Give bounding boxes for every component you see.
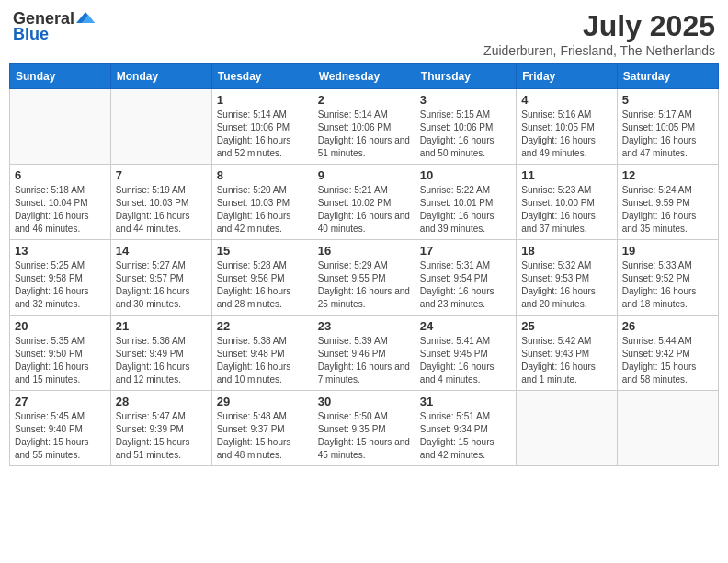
page-header: General Blue July 2025 Zuiderburen, Frie… (9, 9, 719, 58)
calendar-cell (617, 391, 718, 466)
calendar-week-5: 27Sunrise: 5:45 AM Sunset: 9:40 PM Dayli… (10, 391, 719, 466)
calendar-cell: 5Sunrise: 5:17 AM Sunset: 10:05 PM Dayli… (617, 89, 718, 165)
calendar-cell: 2Sunrise: 5:14 AM Sunset: 10:06 PM Dayli… (313, 89, 415, 165)
calendar-cell: 27Sunrise: 5:45 AM Sunset: 9:40 PM Dayli… (10, 391, 111, 466)
day-number: 28 (116, 395, 207, 408)
calendar-cell: 9Sunrise: 5:21 AM Sunset: 10:02 PM Dayli… (313, 165, 415, 240)
calendar-cell: 13Sunrise: 5:25 AM Sunset: 9:58 PM Dayli… (10, 240, 111, 316)
day-number: 20 (15, 319, 106, 333)
day-info: Sunrise: 5:35 AM Sunset: 9:50 PM Dayligh… (15, 335, 106, 386)
day-info: Sunrise: 5:19 AM Sunset: 10:03 PM Daylig… (116, 184, 207, 236)
calendar-cell: 21Sunrise: 5:36 AM Sunset: 9:49 PM Dayli… (110, 316, 211, 391)
calendar-cell: 18Sunrise: 5:32 AM Sunset: 9:53 PM Dayli… (517, 240, 617, 316)
calendar-cell: 7Sunrise: 5:19 AM Sunset: 10:03 PM Dayli… (110, 165, 211, 240)
day-info: Sunrise: 5:44 AM Sunset: 9:42 PM Dayligh… (622, 335, 713, 386)
calendar-cell: 23Sunrise: 5:39 AM Sunset: 9:46 PM Dayli… (313, 316, 415, 391)
calendar-cell: 15Sunrise: 5:28 AM Sunset: 9:56 PM Dayli… (211, 240, 313, 316)
calendar-cell: 22Sunrise: 5:38 AM Sunset: 9:48 PM Dayli… (211, 316, 313, 391)
day-number: 7 (116, 168, 207, 182)
day-number: 30 (318, 395, 410, 408)
calendar-cell: 20Sunrise: 5:35 AM Sunset: 9:50 PM Dayli… (10, 316, 111, 391)
calendar-cell (10, 89, 111, 165)
day-number: 23 (318, 319, 410, 333)
calendar-cell: 26Sunrise: 5:44 AM Sunset: 9:42 PM Dayli… (617, 316, 718, 391)
day-header-friday: Friday (517, 64, 617, 89)
day-number: 9 (318, 168, 410, 182)
day-number: 13 (15, 244, 106, 258)
calendar-cell: 6Sunrise: 5:18 AM Sunset: 10:04 PM Dayli… (10, 165, 111, 240)
calendar-cell: 14Sunrise: 5:27 AM Sunset: 9:57 PM Dayli… (110, 240, 211, 316)
calendar-cell: 12Sunrise: 5:24 AM Sunset: 9:59 PM Dayli… (617, 165, 718, 240)
calendar-cell: 10Sunrise: 5:22 AM Sunset: 10:01 PM Dayl… (415, 165, 516, 240)
calendar-cell: 3Sunrise: 5:15 AM Sunset: 10:06 PM Dayli… (415, 89, 516, 165)
day-info: Sunrise: 5:21 AM Sunset: 10:02 PM Daylig… (318, 184, 410, 236)
day-info: Sunrise: 5:42 AM Sunset: 9:43 PM Dayligh… (521, 335, 611, 386)
day-info: Sunrise: 5:39 AM Sunset: 9:46 PM Dayligh… (318, 335, 410, 386)
day-number: 21 (116, 319, 207, 333)
day-number: 8 (217, 168, 308, 182)
calendar-cell: 11Sunrise: 5:23 AM Sunset: 10:00 PM Dayl… (517, 165, 617, 240)
day-number: 19 (622, 244, 713, 258)
day-info: Sunrise: 5:47 AM Sunset: 9:39 PM Dayligh… (116, 410, 207, 462)
day-number: 27 (15, 395, 106, 408)
calendar-cell: 17Sunrise: 5:31 AM Sunset: 9:54 PM Dayli… (415, 240, 516, 316)
day-info: Sunrise: 5:22 AM Sunset: 10:01 PM Daylig… (420, 184, 511, 236)
day-info: Sunrise: 5:23 AM Sunset: 10:00 PM Daylig… (521, 184, 611, 236)
day-number: 26 (622, 319, 713, 333)
day-number: 5 (622, 93, 713, 107)
day-info: Sunrise: 5:16 AM Sunset: 10:05 PM Daylig… (521, 109, 611, 160)
day-info: Sunrise: 5:28 AM Sunset: 9:56 PM Dayligh… (217, 259, 308, 311)
day-info: Sunrise: 5:36 AM Sunset: 9:49 PM Dayligh… (116, 335, 207, 386)
calendar-cell: 30Sunrise: 5:50 AM Sunset: 9:35 PM Dayli… (313, 391, 415, 466)
calendar-header-row: SundayMondayTuesdayWednesdayThursdayFrid… (10, 64, 719, 89)
calendar-cell: 1Sunrise: 5:14 AM Sunset: 10:06 PM Dayli… (211, 89, 313, 165)
day-number: 29 (217, 395, 308, 408)
calendar-week-4: 20Sunrise: 5:35 AM Sunset: 9:50 PM Dayli… (10, 316, 719, 391)
day-header-thursday: Thursday (415, 64, 516, 89)
day-number: 31 (420, 395, 511, 408)
day-number: 22 (217, 319, 308, 333)
day-number: 6 (15, 168, 106, 182)
day-number: 25 (521, 319, 611, 333)
calendar-cell (110, 89, 211, 165)
logo: General Blue (13, 9, 95, 44)
day-info: Sunrise: 5:24 AM Sunset: 9:59 PM Dayligh… (622, 184, 713, 236)
calendar-cell: 8Sunrise: 5:20 AM Sunset: 10:03 PM Dayli… (211, 165, 313, 240)
day-info: Sunrise: 5:17 AM Sunset: 10:05 PM Daylig… (622, 109, 713, 160)
day-header-saturday: Saturday (617, 64, 718, 89)
day-number: 18 (521, 244, 611, 258)
day-info: Sunrise: 5:18 AM Sunset: 10:04 PM Daylig… (15, 184, 106, 236)
day-header-monday: Monday (110, 64, 211, 89)
day-header-sunday: Sunday (10, 64, 111, 89)
day-header-tuesday: Tuesday (211, 64, 313, 89)
calendar-week-1: 1Sunrise: 5:14 AM Sunset: 10:06 PM Dayli… (10, 89, 719, 165)
day-number: 12 (622, 168, 713, 182)
calendar-week-3: 13Sunrise: 5:25 AM Sunset: 9:58 PM Dayli… (10, 240, 719, 316)
day-number: 1 (217, 93, 308, 107)
calendar-cell: 31Sunrise: 5:51 AM Sunset: 9:34 PM Dayli… (415, 391, 516, 466)
day-info: Sunrise: 5:29 AM Sunset: 9:55 PM Dayligh… (318, 259, 410, 311)
logo-icon (76, 10, 95, 25)
calendar-cell: 24Sunrise: 5:41 AM Sunset: 9:45 PM Dayli… (415, 316, 516, 391)
month-year-title: July 2025 (483, 9, 715, 43)
day-info: Sunrise: 5:14 AM Sunset: 10:06 PM Daylig… (318, 109, 410, 160)
day-number: 4 (521, 93, 611, 107)
day-info: Sunrise: 5:33 AM Sunset: 9:52 PM Dayligh… (622, 259, 713, 311)
day-info: Sunrise: 5:15 AM Sunset: 10:06 PM Daylig… (420, 109, 511, 160)
day-number: 17 (420, 244, 511, 258)
day-info: Sunrise: 5:25 AM Sunset: 9:58 PM Dayligh… (15, 259, 106, 311)
day-number: 11 (521, 168, 611, 182)
calendar-week-2: 6Sunrise: 5:18 AM Sunset: 10:04 PM Dayli… (10, 165, 719, 240)
day-number: 3 (420, 93, 511, 107)
day-number: 10 (420, 168, 511, 182)
day-info: Sunrise: 5:45 AM Sunset: 9:40 PM Dayligh… (15, 410, 106, 462)
day-number: 2 (318, 93, 410, 107)
day-number: 16 (318, 244, 410, 258)
day-info: Sunrise: 5:31 AM Sunset: 9:54 PM Dayligh… (420, 259, 511, 311)
day-info: Sunrise: 5:48 AM Sunset: 9:37 PM Dayligh… (217, 410, 308, 462)
calendar-cell (517, 391, 617, 466)
day-header-wednesday: Wednesday (313, 64, 415, 89)
calendar-cell: 16Sunrise: 5:29 AM Sunset: 9:55 PM Dayli… (313, 240, 415, 316)
day-number: 24 (420, 319, 511, 333)
day-info: Sunrise: 5:38 AM Sunset: 9:48 PM Dayligh… (217, 335, 308, 386)
